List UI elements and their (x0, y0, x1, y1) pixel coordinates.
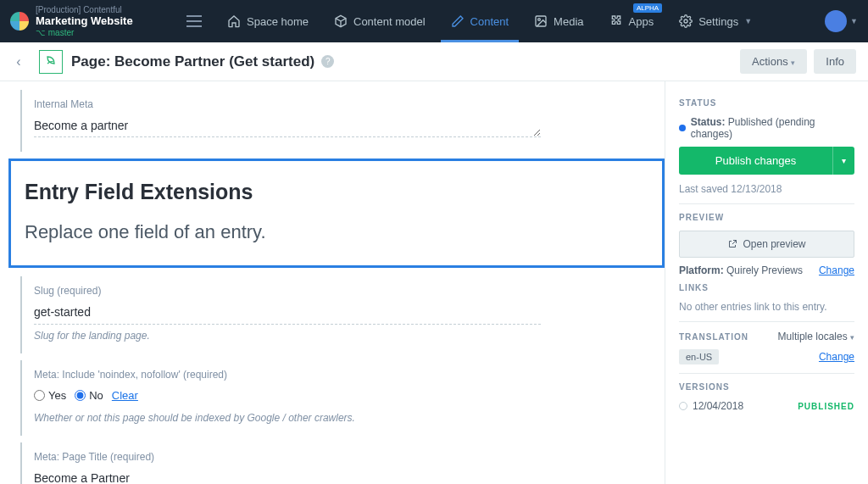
translation-heading: TRANSLATION (679, 332, 748, 342)
page-title: Page: Become Partner (Get started) (71, 53, 314, 70)
field-noindex: Meta: Include 'noindex, nofollow' (requi… (20, 360, 665, 436)
back-button[interactable]: ‹ (7, 50, 31, 74)
status-heading: STATUS (679, 98, 854, 108)
actions-button[interactable]: Actions ▾ (740, 49, 807, 74)
publish-split-button: Publish changes ▾ (679, 147, 854, 175)
status-line: Status: Published (pending changes) (679, 116, 854, 140)
nav-label: Apps (629, 15, 654, 28)
change-locale-link[interactable]: Change (819, 351, 854, 363)
links-heading: LINKS (679, 283, 854, 292)
space-name: Marketing Website (36, 14, 133, 27)
nav-label: Settings (698, 15, 738, 28)
radio-yes[interactable]: Yes (34, 389, 66, 402)
versions-heading: VERSIONS (679, 382, 854, 392)
pencil-icon (451, 14, 465, 28)
alpha-badge: ALPHA (633, 3, 662, 13)
version-row[interactable]: 12/04/2018 PUBLISHED (679, 400, 854, 412)
nav-media[interactable]: Media (524, 0, 593, 42)
preview-heading: PREVIEW (679, 213, 854, 222)
nav-content[interactable]: Content (441, 0, 520, 42)
field-help: Slug for the landing page. (34, 330, 653, 342)
chevron-down-icon: ▼ (744, 17, 752, 25)
env-label: [Production] Contentful (36, 5, 133, 14)
links-empty: No other entries link to this entry. (679, 301, 854, 313)
nav-settings[interactable]: Settings ▼ (669, 0, 762, 42)
avatar[interactable] (825, 10, 847, 32)
cube-icon (334, 14, 348, 28)
logo-icon (10, 12, 29, 31)
puzzle-icon (609, 14, 623, 28)
nav-label: Space home (247, 15, 309, 28)
nav-label: Content (470, 15, 509, 28)
clear-link[interactable]: Clear (112, 389, 138, 402)
nav-label: Media (554, 15, 583, 28)
change-platform-link[interactable]: Change (819, 264, 854, 276)
nav-items: Space home Content model Content Media A… (217, 0, 762, 42)
callout-overlay: Entry Field Extensions Replace one field… (8, 159, 665, 268)
field-label: Internal Meta (34, 98, 653, 110)
nav-label: Content model (353, 15, 426, 28)
page-title-input[interactable] (34, 468, 541, 484)
open-preview-button[interactable]: Open preview (679, 231, 854, 258)
slug-input[interactable] (34, 302, 541, 325)
field-label: Slug (required) (34, 285, 653, 297)
locale-tag: en-US (679, 349, 719, 364)
nav-apps[interactable]: ALPHA Apps (599, 0, 665, 42)
field-label: Meta: Include 'noindex, nofollow' (requi… (34, 369, 653, 381)
title-bar: ‹ Page: Become Partner (Get started) ? A… (0, 42, 868, 81)
field-help: Whether or not this page should be index… (34, 412, 653, 424)
publish-button[interactable]: Publish changes (679, 147, 832, 175)
home-icon (227, 14, 241, 28)
svg-point-1 (538, 19, 541, 21)
internal-meta-input[interactable] (34, 115, 541, 137)
radio-no[interactable]: No (75, 389, 103, 402)
field-page-title: Meta: Page Title (required) 16 character… (20, 442, 665, 484)
callout-sub: Replace one field of an entry. (25, 221, 648, 243)
translation-dropdown[interactable]: Multiple locales ▾ (778, 331, 854, 342)
body: Internal Meta Entry Field Extensions Rep… (0, 81, 868, 484)
user-menu-caret[interactable]: ▼ (850, 17, 858, 25)
main-column: Internal Meta Entry Field Extensions Rep… (0, 81, 665, 484)
top-nav: [Production] Contentful Marketing Websit… (0, 0, 868, 42)
svg-point-2 (684, 19, 687, 23)
branch-label[interactable]: master (36, 28, 133, 37)
status-dot-icon (679, 125, 686, 131)
help-icon[interactable]: ? (321, 55, 334, 68)
brand-block: [Production] Contentful Marketing Websit… (10, 5, 180, 37)
field-label: Meta: Page Title (required) (34, 451, 653, 463)
chevron-down-icon: ▾ (791, 58, 795, 67)
sidebar: STATUS Status: Published (pending change… (665, 81, 868, 484)
info-button[interactable]: Info (814, 49, 856, 74)
gear-icon (679, 14, 693, 28)
callout-heading: Entry Field Extensions (25, 180, 648, 204)
external-link-icon (727, 239, 737, 249)
field-internal-meta: Internal Meta (20, 90, 665, 152)
nav-space-home[interactable]: Space home (217, 0, 319, 42)
image-icon (534, 14, 548, 28)
radio-circle-icon (679, 402, 687, 410)
hamburger-icon[interactable] (186, 15, 202, 27)
last-saved: Last saved 12/13/2018 (679, 183, 854, 195)
publish-dropdown[interactable]: ▾ (832, 147, 854, 175)
field-slug: Slug (required) Slug for the landing pag… (20, 276, 665, 353)
version-status: PUBLISHED (798, 402, 854, 411)
nav-content-model[interactable]: Content model (324, 0, 436, 42)
page-leaf-icon (39, 50, 63, 74)
